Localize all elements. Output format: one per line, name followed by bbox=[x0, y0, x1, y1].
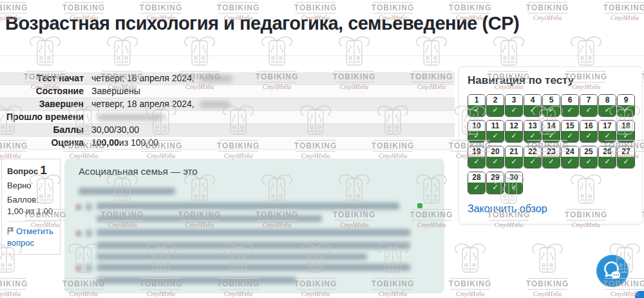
check-icon: ✓ bbox=[506, 157, 522, 168]
quiz-nav-question-number: 2 bbox=[487, 95, 504, 105]
quiz-nav-question-18[interactable]: 18✓ bbox=[617, 120, 635, 143]
watermark-brand: TOBIKING bbox=[126, 3, 196, 12]
quiz-nav-question-number: 25 bbox=[580, 146, 597, 157]
check-icon: ✓ bbox=[599, 157, 616, 168]
quiz-nav-question-16[interactable]: 16✓ bbox=[580, 120, 598, 143]
summary-row: Тест начатчетверг, 18 апреля 2024, bbox=[0, 72, 455, 85]
summary-value: Завершены bbox=[91, 85, 140, 97]
quiz-nav-question-27[interactable]: 27✓ bbox=[617, 146, 635, 168]
watermark-divider bbox=[527, 289, 567, 290]
quiz-nav-question-3[interactable]: 3✓ bbox=[505, 94, 523, 117]
watermark-brand: TOBIKING bbox=[357, 3, 428, 12]
corner-widget-peek[interactable] bbox=[635, 291, 644, 298]
watermark-divider bbox=[218, 151, 258, 152]
quiz-nav-question-11[interactable]: 11✓ bbox=[486, 120, 504, 143]
watermark-site: СтудИзба bbox=[435, 290, 506, 297]
watermark-site: СтудИзба bbox=[512, 290, 583, 297]
quiz-nav-question-7[interactable]: 7✓ bbox=[580, 94, 598, 117]
quiz-nav-question-4[interactable]: 4✓ bbox=[524, 94, 542, 117]
quiz-nav-question-number: 29 bbox=[487, 172, 504, 183]
check-icon: ✓ bbox=[487, 157, 504, 168]
finish-review-link[interactable]: Закончить обзор bbox=[468, 203, 547, 215]
redacted-text-bar bbox=[75, 265, 82, 272]
check-icon: ✓ bbox=[543, 131, 560, 142]
quiz-nav-question-17[interactable]: 17✓ bbox=[598, 120, 616, 143]
check-icon: ✓ bbox=[524, 105, 541, 116]
watermark-tile: TOBIKINGСтудИзба bbox=[435, 243, 506, 297]
quiz-navigation-grid: 1✓2✓3✓4✓5✓6✓7✓8✓9✓10✓11✓12✓13✓14✓15✓16✓1… bbox=[468, 94, 634, 194]
summary-row: Баллы30,00/30,00 bbox=[0, 124, 455, 137]
quiz-nav-question-22[interactable]: 22✓ bbox=[524, 146, 542, 168]
watermark-divider bbox=[605, 2, 644, 3]
redacted-text-bar bbox=[75, 204, 82, 210]
watermark-divider bbox=[412, 71, 451, 72]
summary-label: Состояние bbox=[0, 85, 91, 97]
check-icon: ✓ bbox=[580, 105, 597, 116]
watermark-brand: TOBIKING bbox=[435, 279, 506, 288]
quiz-nav-question-number: 14 bbox=[543, 121, 560, 131]
summary-label: Тест начат bbox=[0, 72, 91, 84]
watermark-site: СтудИзба bbox=[0, 290, 42, 297]
quiz-nav-question-19[interactable]: 19✓ bbox=[468, 146, 486, 168]
quiz-nav-question-29[interactable]: 29✓ bbox=[486, 172, 504, 194]
check-icon: ✓ bbox=[618, 105, 634, 116]
quiz-nav-question-26[interactable]: 26✓ bbox=[598, 146, 616, 168]
attempt-summary-table: Тест начатчетверг, 18 апреля 2024,Состоя… bbox=[0, 72, 455, 150]
quiz-nav-question-30[interactable]: 30✓ bbox=[505, 172, 523, 194]
quiz-nav-question-6[interactable]: 6✓ bbox=[561, 94, 579, 117]
question-info-divider bbox=[7, 221, 55, 222]
quiz-nav-question-number: 1 bbox=[468, 95, 485, 105]
quiz-nav-question-number: 8 bbox=[599, 95, 616, 105]
check-icon: ✓ bbox=[562, 131, 578, 142]
watermark-divider bbox=[64, 151, 104, 152]
redacted-text-bar bbox=[97, 203, 399, 210]
watermark-divider bbox=[334, 71, 374, 72]
check-icon: ✓ bbox=[580, 131, 597, 142]
studizba-crest-icon bbox=[27, 35, 63, 68]
quiz-nav-question-9[interactable]: 9✓ bbox=[617, 94, 635, 117]
quiz-nav-question-20[interactable]: 20✓ bbox=[486, 146, 504, 168]
chat-bubbles-icon bbox=[596, 254, 629, 288]
quiz-nav-question-number: 28 bbox=[468, 172, 485, 183]
quiz-nav-question-10[interactable]: 10✓ bbox=[468, 120, 486, 143]
quiz-nav-question-number: 15 bbox=[562, 121, 578, 131]
watermark-tile: TOBIKINGСтудИзба bbox=[512, 243, 583, 297]
watermark-divider bbox=[25, 71, 65, 72]
redacted-text-bar bbox=[97, 253, 367, 260]
flag-question-link[interactable]: Отметить вопрос bbox=[7, 226, 55, 249]
quiz-nav-question-14[interactable]: 14✓ bbox=[542, 120, 560, 143]
chat-widget-button[interactable] bbox=[596, 254, 629, 288]
studizba-crest-icon bbox=[104, 35, 140, 68]
quiz-nav-question-25[interactable]: 25✓ bbox=[580, 146, 598, 168]
quiz-nav-question-5[interactable]: 5✓ bbox=[542, 94, 560, 117]
redacted-text-bar bbox=[97, 215, 322, 222]
quiz-nav-question-28[interactable]: 28✓ bbox=[468, 172, 486, 194]
quiz-nav-question-number: 24 bbox=[562, 146, 578, 157]
quiz-nav-question-number: 4 bbox=[524, 95, 541, 105]
summary-row: СостояниеЗавершены bbox=[0, 85, 455, 98]
question-number-value: 1 bbox=[40, 163, 47, 177]
quiz-nav-question-13[interactable]: 13✓ bbox=[524, 120, 542, 143]
redacted-text-bar bbox=[86, 230, 92, 237]
quiz-nav-question-24[interactable]: 24✓ bbox=[561, 146, 579, 168]
check-icon: ✓ bbox=[468, 157, 485, 168]
quiz-nav-question-1[interactable]: 1✓ bbox=[468, 94, 486, 117]
summary-label: Оценка bbox=[0, 137, 91, 149]
watermark-brand: TOBIKING bbox=[589, 3, 644, 12]
quiz-nav-question-8[interactable]: 8✓ bbox=[598, 94, 616, 117]
quiz-nav-question-number: 26 bbox=[599, 146, 616, 157]
quiz-nav-question-15[interactable]: 15✓ bbox=[561, 120, 579, 143]
page-title: Возрастная психология и педагогика, семь… bbox=[5, 13, 636, 34]
check-icon: ✓ bbox=[543, 157, 560, 168]
quiz-nav-question-2[interactable]: 2✓ bbox=[486, 94, 504, 117]
summary-value: четверг, 18 апреля 2024, bbox=[91, 72, 233, 84]
watermark-divider bbox=[257, 71, 297, 72]
check-icon: ✓ bbox=[506, 131, 522, 142]
quiz-nav-question-21[interactable]: 21✓ bbox=[505, 146, 523, 168]
check-icon: ✓ bbox=[580, 157, 597, 168]
correct-answer-dot bbox=[417, 203, 422, 208]
watermark-divider bbox=[141, 151, 181, 152]
quiz-nav-question-23[interactable]: 23✓ bbox=[542, 146, 560, 168]
flag-icon bbox=[7, 227, 14, 235]
quiz-nav-question-12[interactable]: 12✓ bbox=[505, 120, 523, 143]
